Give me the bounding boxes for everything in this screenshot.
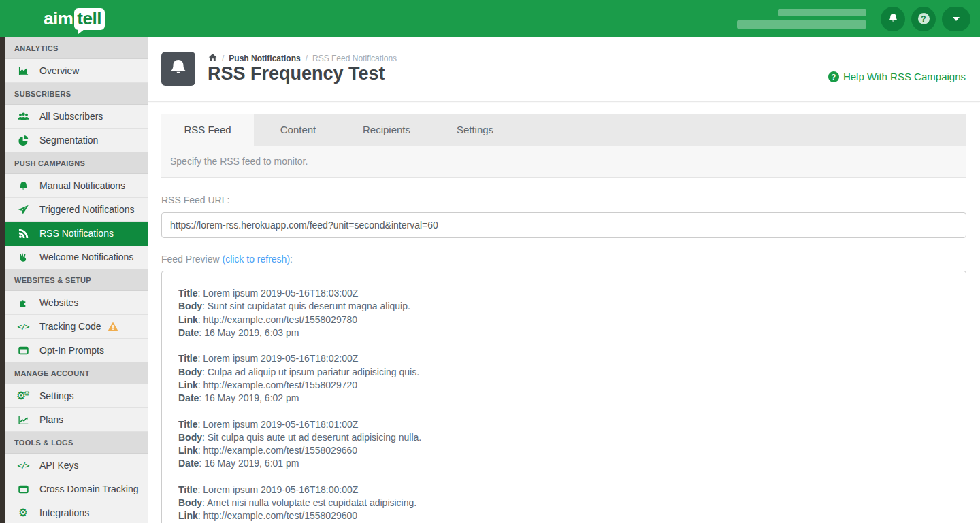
redacted-text-bar	[778, 9, 866, 16]
logo-bubble-tell: tell	[74, 8, 105, 30]
sidebar-item-tracking-code[interactable]: </>Tracking Code	[5, 315, 148, 339]
tab-bar: RSS FeedContentRecipientsSettings	[161, 114, 966, 146]
paper-plane-icon	[16, 205, 30, 215]
gear-icon: ⚙	[16, 507, 30, 518]
feed-entry-title-label: Title	[178, 484, 198, 495]
code-icon: </>	[16, 322, 30, 331]
tab-content[interactable]: Content	[254, 114, 342, 146]
background-strip	[0, 37, 5, 523]
sidebar-item-opt-in-prompts[interactable]: Opt-In Prompts	[5, 339, 148, 362]
feed-entry-title: Title: Lorem ipsum 2019-05-16T18:01:00Z	[178, 418, 949, 431]
sidebar-item-triggered-notifications[interactable]: Triggered Notifications	[5, 198, 148, 222]
breadcrumb-separator: /	[222, 54, 224, 63]
feed-entry-body: Body: Sunt sint cupidatat quis deserunt …	[178, 300, 949, 313]
breadcrumb-rss-feed-notifications[interactable]: RSS Feed Notifications	[312, 54, 397, 63]
feed-entry-title: Title: Lorem ipsum 2019-05-16T18:00:00Z	[178, 484, 949, 496]
sidebar-item-welcome-notifications[interactable]: Welcome Notifications	[5, 246, 148, 269]
sidebar-item-overview[interactable]: Overview	[5, 59, 148, 83]
feed-entry-link-label: Link	[178, 314, 198, 325]
topbar: aim tell ?	[0, 0, 980, 37]
help-button[interactable]: ?	[911, 7, 936, 31]
tab-description: Specify the RSS feed to monitor.	[161, 146, 966, 178]
sidebar-item-label: All Subscribers	[39, 111, 103, 122]
feed-entry: Title: Lorem ipsum 2019-05-16T18:03:00ZB…	[178, 287, 949, 339]
feed-entry-date-label: Date	[178, 458, 199, 469]
sidebar-section-websites-setup: WEBSITES & SETUP	[5, 269, 148, 291]
sidebar-item-label: Segmentation	[39, 135, 98, 146]
tab-rss-feed[interactable]: RSS Feed	[161, 114, 254, 146]
sidebar-item-label: Plans	[39, 414, 63, 425]
question-icon: ?	[828, 71, 839, 82]
sidebar-section-push-campaigns: PUSH CAMPAIGNS	[5, 152, 148, 174]
sidebar-item-plans[interactable]: Plans	[5, 408, 148, 432]
sidebar-item-cross-domain-tracking[interactable]: Cross Domain Tracking	[5, 477, 148, 501]
feed-preview-label: Feed Preview (click to refresh):	[161, 254, 966, 265]
bell-icon	[16, 181, 30, 191]
question-icon: ?	[918, 13, 930, 24]
feed-entry-link-label: Link	[178, 379, 198, 390]
feed-entry: Title: Lorem ipsum 2019-05-16T18:00:00ZB…	[178, 484, 949, 523]
redacted-text-bar	[737, 20, 866, 29]
tab-recipients[interactable]: Recipients	[342, 114, 431, 146]
feed-entry-body-label: Body	[178, 497, 202, 508]
bell-icon	[169, 58, 187, 79]
sidebar-item-api-keys[interactable]: </>API Keys	[5, 454, 148, 477]
hand-peace-icon	[16, 252, 30, 263]
feed-entry-link: Link: http://example.com/test/1558029600	[178, 509, 949, 522]
sidebar-item-label: Websites	[39, 297, 78, 308]
account-menu-button[interactable]	[942, 7, 970, 31]
warning-icon	[108, 322, 118, 331]
sidebar-item-rss-notifications[interactable]: RSS Notifications	[5, 222, 148, 246]
breadcrumb-separator: /	[306, 54, 308, 63]
sidebar-item-all-subscribers[interactable]: All Subscribers	[5, 105, 148, 129]
area-chart-icon	[16, 66, 30, 76]
click-to-refresh-link[interactable]: (click to refresh)	[222, 254, 290, 265]
main-content: / Push Notifications / RSS Feed Notifica…	[148, 37, 980, 523]
account-info-redacted	[737, 9, 866, 29]
feed-entry: Title: Lorem ipsum 2019-05-16T18:01:00ZB…	[178, 418, 949, 471]
topbar-logo-area: aim tell	[0, 0, 148, 37]
sidebar: ANALYTICSOverviewSUBSCRIBERSAll Subscrib…	[5, 37, 148, 523]
notifications-button[interactable]	[881, 7, 905, 31]
feed-entry-title-label: Title	[178, 419, 198, 430]
feed-entry-body-label: Body	[178, 432, 202, 443]
sidebar-item-websites[interactable]: Websites	[5, 291, 148, 315]
window-icon	[16, 484, 30, 494]
feed-entry-link: Link: http://example.com/test/1558029780	[178, 314, 949, 326]
feed-entry-date: Date: 16 May 2019, 6:01 pm	[178, 457, 949, 470]
sidebar-item-manual-notifications[interactable]: Manual Notifications	[5, 174, 148, 198]
sidebar-item-segmentation[interactable]: Segmentation	[5, 129, 148, 152]
rss-feed-url-input[interactable]	[161, 212, 966, 238]
sidebar-item-integrations[interactable]: ⚙Integrations	[5, 501, 148, 523]
home-icon	[208, 53, 217, 64]
topbar-actions: ?	[737, 0, 980, 37]
breadcrumb: / Push Notifications / RSS Feed Notifica…	[208, 53, 397, 64]
feed-entry-date: Date: 16 May 2019, 6:02 pm	[178, 392, 949, 405]
users-icon	[16, 112, 30, 121]
feed-entry-body-label: Body	[178, 301, 202, 311]
help-with-rss-campaigns-link[interactable]: ? Help With RSS Campaigns	[828, 71, 966, 82]
sidebar-section-manage-account: MANAGE ACCOUNT	[5, 362, 148, 384]
aimtell-logo[interactable]: aim tell	[44, 8, 105, 30]
sidebar-item-label: Overview	[39, 65, 79, 76]
feed-entry-link-label: Link	[178, 445, 198, 456]
sidebar-item-label: Integrations	[39, 507, 89, 518]
sidebar-item-settings[interactable]: ⚙⚙Settings	[5, 384, 148, 408]
logo-text-aim: aim	[44, 8, 73, 29]
feed-entry-link-label: Link	[178, 510, 198, 521]
code-icon: </>	[16, 461, 30, 470]
feed-preview-colon: :	[290, 254, 293, 265]
feed-preview-text: Feed Preview	[161, 254, 222, 265]
page-header: / Push Notifications / RSS Feed Notifica…	[148, 37, 980, 102]
pie-chart-icon	[16, 135, 30, 146]
campaign-bell-icon	[161, 52, 195, 86]
feed-entry-title: Title: Lorem ipsum 2019-05-16T18:02:00Z	[178, 352, 949, 365]
feed-entry-title-label: Title	[178, 353, 198, 364]
tab-settings[interactable]: Settings	[431, 114, 519, 146]
sidebar-item-label: RSS Notifications	[39, 228, 114, 239]
feed-entry-link: Link: http://example.com/test/1558029660	[178, 444, 949, 457]
breadcrumb-push-notifications[interactable]: Push Notifications	[229, 54, 300, 63]
home-icon[interactable]	[208, 53, 217, 64]
chart-line-icon	[16, 415, 30, 425]
rss-icon	[16, 229, 30, 239]
